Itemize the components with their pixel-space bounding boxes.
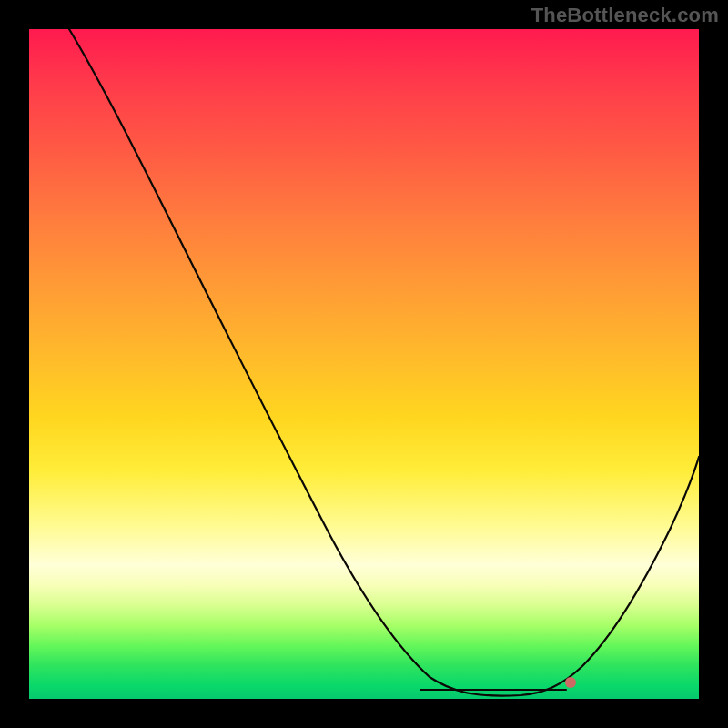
bottleneck-curve	[69, 29, 699, 696]
chart-frame: TheBottleneck.com	[0, 0, 728, 728]
plot-area	[29, 29, 699, 699]
band-end-dot	[565, 677, 576, 688]
watermark-label: TheBottleneck.com	[531, 4, 719, 27]
curve-layer	[29, 29, 699, 699]
